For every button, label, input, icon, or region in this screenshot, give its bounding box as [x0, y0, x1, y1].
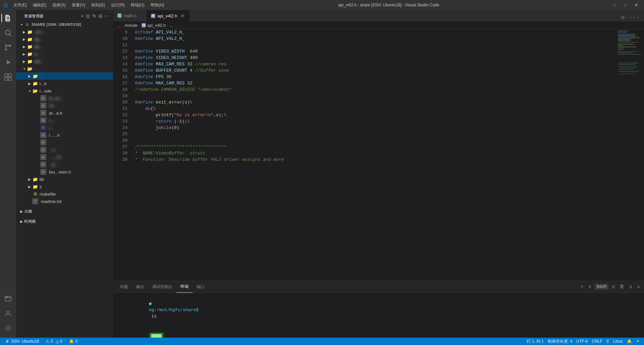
- status-cursor[interactable]: 行 1, 列 1: [525, 338, 546, 345]
- more-actions-icon[interactable]: ···: [105, 13, 109, 19]
- settings-icon[interactable]: [1, 322, 15, 335]
- maximize-panel-icon[interactable]: ∧: [628, 283, 634, 291]
- tree-item-h4[interactable]: ▶ h c...: [16, 117, 113, 124]
- activity-bar-bottom: [1, 292, 15, 338]
- menu-goto[interactable]: 转到(G): [89, 2, 108, 9]
- run-icon[interactable]: [1, 56, 15, 69]
- panel-tab-problems[interactable]: 问题: [116, 281, 132, 293]
- arrow-da2: ▶: [21, 44, 27, 49]
- menu-terminal[interactable]: 终端(U): [128, 2, 147, 9]
- explorer-icon[interactable]: [1, 11, 15, 25]
- bash-label[interactable]: bash: [595, 284, 608, 290]
- tree-item-expanded[interactable]: ▾ 📂 ...: [16, 65, 113, 72]
- menu-view[interactable]: 查看(V): [69, 2, 88, 9]
- status-language[interactable]: C: [604, 338, 611, 345]
- status-notification-bell[interactable]: 🔔: [625, 338, 634, 345]
- tree-item-lib[interactable]: ▶ 📁 lib: [16, 176, 113, 183]
- tree-label-da2: da...: [34, 44, 113, 49]
- collapse-icon[interactable]: ⊟: [98, 13, 103, 19]
- new-folder-icon[interactable]: ⊡: [86, 13, 90, 19]
- folder-icon-da1: 📁: [27, 36, 33, 42]
- code-line-23: return (-1);\: [135, 118, 617, 125]
- status-bell[interactable]: 🔔 0: [67, 338, 80, 345]
- breadcrumb-symbol[interactable]: ...: [170, 23, 173, 28]
- tree-item-makefile[interactable]: ▶ ⚙ makefile: [16, 190, 113, 198]
- tree-item-ie[interactable]: ▶ 📁 i...e: [16, 80, 113, 87]
- tree-item-h5[interactable]: ▶ h i...: [16, 124, 113, 131]
- extensions-icon[interactable]: [1, 70, 15, 84]
- breadcrumb-file[interactable]: H api_v4l2.h: [142, 23, 166, 28]
- tree-item-h2[interactable]: ▶ h mr...: [16, 102, 113, 109]
- tree-item-h6[interactable]: ▶ h i......n: [16, 131, 113, 139]
- title-bar: ⌬ 文件(E) 编辑(E) 选择(S) 查看(V) 转到(G) 运行(R) 终端…: [0, 0, 644, 10]
- tree-item-readme[interactable]: ▶ T readme.txt: [16, 198, 113, 205]
- status-os[interactable]: Linux: [611, 338, 625, 345]
- panel-content[interactable]: ng:/mnt/hgfs/share$ ls ████ ████ ████ ██…: [113, 293, 644, 338]
- menu-file[interactable]: 文件(E): [11, 2, 30, 9]
- tree-item-vsc[interactable]: ▶ 📁 .vsc...: [16, 28, 113, 36]
- maximize-button[interactable]: □: [622, 2, 629, 8]
- status-remote[interactable]: ⚡ SSH: Ubuntu18: [3, 338, 41, 345]
- tab-close-button[interactable]: ✕: [179, 13, 185, 19]
- status-eol[interactable]: CRLF: [590, 338, 604, 345]
- tree-item-selected[interactable]: ▶ 📁 ...: [16, 72, 113, 80]
- source-control-icon[interactable]: [1, 41, 15, 54]
- cursor-position: 行 1, 列 1: [527, 339, 544, 344]
- tree-item-h10[interactable]: ▶ h ..Jr..: [16, 161, 113, 168]
- tree-item-d[interactable]: ▶ 📁 d...: [16, 50, 113, 58]
- close-button[interactable]: ✕: [632, 2, 641, 8]
- panel-tab-port[interactable]: 端口: [193, 281, 209, 293]
- breadcrumb-root[interactable]: ...: [117, 23, 121, 28]
- tab-api-v4l2-h[interactable]: H api_v4l2.h ✕: [147, 10, 190, 21]
- tree-label-h5: i...: [49, 125, 113, 130]
- split-editor-icon[interactable]: ⊡: [619, 13, 627, 21]
- tree-item-s[interactable]: ▶ 📁 s: [16, 183, 113, 190]
- code-editor[interactable]: #ifndef API_V4L2_H_ #define API_V4L2_H_ …: [131, 29, 617, 281]
- tree-item-h7[interactable]: ▶ h ...: [16, 139, 113, 146]
- kill-terminal-icon[interactable]: ⊡: [610, 283, 616, 291]
- panel-tab-terminal[interactable]: 终端: [176, 281, 193, 293]
- remote-icon[interactable]: [1, 292, 15, 305]
- status-encoding[interactable]: UTF-8: [574, 338, 590, 345]
- tree-item-h3[interactable]: ▶ h ar...a.h: [16, 109, 113, 117]
- account-icon[interactable]: [1, 307, 15, 320]
- tree-item-old[interactable]: ▶ 📁 old...: [16, 58, 113, 65]
- warning-count: 0: [60, 339, 62, 344]
- tab-main-c[interactable]: C main.c: [113, 10, 147, 21]
- split-terminal-icon[interactable]: ∨: [587, 283, 593, 291]
- tree-item-touch-screen[interactable]: ▶ h tou...reen.h: [16, 168, 113, 176]
- more-tab-actions-icon[interactable]: ···: [628, 14, 641, 21]
- panel-tab-output[interactable]: 输出: [132, 281, 148, 293]
- status-errors[interactable]: ⚠ 0 △ 0: [44, 338, 64, 345]
- tree-item-da2[interactable]: ▶ 📁 da...: [16, 43, 113, 50]
- breadcrumb-include[interactable]: include: [125, 23, 138, 28]
- panel-tab-debug[interactable]: 调试控制台: [148, 281, 176, 293]
- tree-item-h1[interactable]: ▶ h bi_v4...: [16, 94, 113, 102]
- h-file-icon-1: h: [40, 95, 46, 101]
- new-terminal-icon[interactable]: +: [579, 283, 585, 290]
- tree-item-h9[interactable]: ▶ h ......t.h: [16, 153, 113, 161]
- status-sync[interactable]: ↗: [634, 338, 641, 345]
- workspace-root[interactable]: ▾ ⊡ SHARE [SSH: UBUNTU18]: [16, 21, 113, 28]
- refresh-icon[interactable]: ↻: [92, 13, 97, 19]
- minimize-button[interactable]: ─: [610, 2, 619, 8]
- tree-item-include[interactable]: ▾ 📂 i...ude: [16, 87, 113, 94]
- close-panel-icon[interactable]: ✕: [636, 283, 641, 291]
- tree-label-readme: readme.txt: [41, 199, 113, 204]
- new-file-icon[interactable]: +: [81, 13, 84, 19]
- tree-item-da1[interactable]: ▶ 📁 da...: [16, 36, 113, 43]
- tree-item-h8[interactable]: ▶ h ...n: [16, 146, 113, 153]
- search-icon[interactable]: [1, 26, 15, 40]
- menu-bar: 文件(E) 编辑(E) 选择(S) 查看(V) 转到(G) 运行(R) 终端(U…: [11, 2, 167, 9]
- menu-help[interactable]: 帮助(H): [148, 2, 167, 9]
- outline-header[interactable]: ▶ 大纲: [16, 208, 113, 215]
- menu-run[interactable]: 运行(R): [108, 2, 127, 9]
- editor-content[interactable]: 9 10 11 12 13 14 15 16 17 18 19 20 21 22…: [113, 29, 644, 281]
- h-file-icon-4: h: [40, 117, 46, 123]
- menu-edit[interactable]: 编辑(E): [30, 2, 49, 9]
- menu-select[interactable]: 选择(S): [50, 2, 68, 9]
- delete-terminal-icon[interactable]: 🗑: [618, 283, 626, 290]
- timeline-header[interactable]: ▶ 时间线: [16, 218, 113, 225]
- status-indent[interactable]: 制表符长度: 4: [546, 338, 574, 345]
- svg-rect-33: [618, 42, 638, 43]
